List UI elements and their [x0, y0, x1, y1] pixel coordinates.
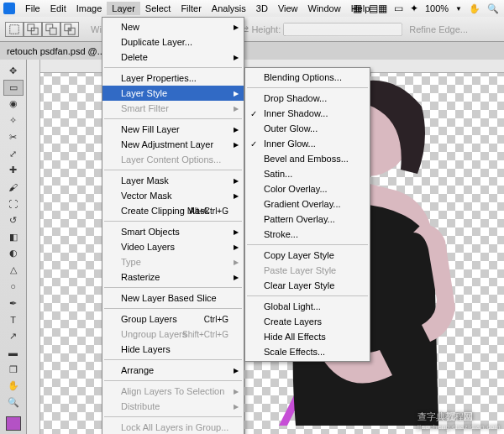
menu-item[interactable]: Layer Style▶ [102, 86, 244, 101]
type-tool-icon[interactable]: T [3, 311, 24, 327]
screen-mode-icon[interactable]: ▭ [394, 3, 403, 14]
menu-item[interactable]: Color Overlay... [245, 181, 370, 196]
menu-window[interactable]: Window [303, 2, 346, 15]
menu-3d[interactable]: 3D [251, 2, 273, 15]
watermark-url: jiaocheng.chazidian.com [417, 423, 501, 431]
menu-item[interactable]: Group LayersCtrl+G [102, 311, 244, 327]
menu-item[interactable]: Rasterize▶ [102, 269, 244, 285]
blur-tool-icon[interactable]: △ [3, 262, 24, 278]
menu-item[interactable]: Layer Properties... [102, 71, 244, 86]
wand-tool-icon[interactable]: ✧ [3, 112, 24, 128]
layer-style-submenu[interactable]: Blending Options...Drop Shadow...✓Inner … [244, 67, 370, 362]
selection-tool-group [5, 22, 79, 37]
document-tab[interactable]: retouch psdfan.psd @... × [0, 42, 504, 60]
eyedropper-tool-icon[interactable]: ⤢ [3, 146, 24, 162]
menu-item: Type▶ [102, 254, 244, 269]
menu-item[interactable]: Pattern Overlay... [245, 212, 370, 227]
menu-item[interactable]: Outer Glow... [245, 121, 370, 136]
zoom-value[interactable]: 100% [425, 3, 449, 13]
menu-item[interactable]: Hide All Effects [245, 329, 370, 344]
menu-item[interactable]: Copy Layer Style [245, 248, 370, 263]
history-brush-tool-icon[interactable]: ↺ [3, 212, 24, 228]
menu-edit[interactable]: Edit [45, 2, 71, 15]
watermark: 查字典教程网 jiaocheng.chazidian.com [417, 409, 501, 431]
shape-tool-icon[interactable]: ▬ [3, 345, 24, 361]
menu-item[interactable]: Gradient Overlay... [245, 196, 370, 212]
menu-item[interactable]: ✓Inner Shadow... [245, 106, 370, 121]
menu-item[interactable]: Global Light... [245, 299, 370, 314]
menu-item[interactable]: New Fill Layer▶ [102, 122, 244, 137]
subtract-selection-icon[interactable] [42, 22, 60, 37]
menu-item: Paste Layer Style [245, 263, 370, 278]
path-tool-icon[interactable]: ↗ [3, 328, 24, 344]
menu-layer[interactable]: Layer [107, 2, 140, 15]
menu-item[interactable]: Create Layers [245, 314, 370, 329]
foreground-color-swatch[interactable] [6, 416, 21, 431]
gradient-tool-icon[interactable]: ◐ [3, 245, 24, 261]
menu-item[interactable]: Vector Mask▶ [102, 188, 244, 203]
menu-item[interactable]: Duplicate Layer... [102, 34, 244, 50]
lasso-tool-icon[interactable]: ◉ [3, 97, 24, 112]
menu-filter[interactable]: Filter [176, 2, 206, 15]
height-input[interactable] [283, 23, 402, 36]
extras-icon[interactable]: ✦ [410, 3, 418, 14]
menu-select[interactable]: Select [140, 2, 176, 15]
menu-item: Distribute▶ [102, 399, 244, 414]
menu-item[interactable]: New Layer Based Slice [102, 290, 244, 306]
add-selection-icon[interactable] [24, 22, 42, 37]
menu-item[interactable]: Delete▶ [102, 50, 244, 65]
refine-edge-button[interactable]: Refine Edge... [409, 24, 468, 34]
menu-item[interactable]: Blending Options... [245, 70, 370, 85]
menu-item: Layer Content Options... [102, 152, 244, 167]
new-selection-icon[interactable] [5, 22, 24, 37]
pen-tool-icon[interactable]: ✒ [3, 295, 24, 311]
menu-item[interactable]: Arrange▶ [102, 363, 244, 378]
svg-rect-7 [68, 28, 71, 31]
stamp-tool-icon[interactable]: ⛶ [3, 196, 24, 212]
intersect-selection-icon[interactable] [60, 22, 79, 37]
menu-item: Smart Filter▶ [102, 101, 244, 116]
menu-item: Ungroup LayersShift+Ctrl+G [102, 327, 244, 342]
zoom-tool-icon[interactable]: 🔍 [3, 395, 24, 410]
height-label: Height: [251, 24, 281, 34]
menu-view[interactable]: View [273, 2, 303, 15]
menu-item[interactable]: ✓Inner Glow... [245, 136, 370, 151]
crop-tool-icon[interactable]: ✂ [3, 129, 24, 145]
menu-item[interactable]: New▶ [102, 19, 244, 34]
menu-item[interactable]: Bevel and Emboss... [245, 151, 370, 166]
dodge-tool-icon[interactable]: ○ [3, 279, 24, 295]
menu-item[interactable]: Layer Mask▶ [102, 173, 244, 188]
brush-tool-icon[interactable]: 🖌 [3, 179, 24, 195]
menu-item[interactable]: Satin... [245, 166, 370, 181]
move-tool-icon[interactable]: ✥ [3, 63, 24, 79]
menu-item[interactable]: Stroke... [245, 227, 370, 242]
watermark-text: 查字典教程网 [417, 411, 473, 421]
menu-item: Lock All Layers in Group... [102, 420, 244, 434]
3d-tool-icon[interactable]: ❒ [3, 362, 24, 378]
menu-item[interactable]: Video Layers▶ [102, 239, 244, 254]
zoom-dropdown-icon[interactable]: ▼ [455, 5, 462, 13]
menu-item[interactable]: New Adjustment Layer▶ [102, 137, 244, 152]
menu-item[interactable]: Create Clipping MaskAlt+Ctrl+G [102, 203, 244, 218]
hand-tool-icon[interactable]: ✋ [3, 379, 24, 395]
menu-analysis[interactable]: Analysis [207, 2, 251, 15]
menu-item[interactable]: Smart Objects▶ [102, 224, 244, 239]
document-control-bar: Width: ⇄ Height: Refine Edge... [0, 17, 504, 42]
marquee-tool-icon[interactable]: ▭ [3, 80, 24, 96]
document-title: retouch psdfan.psd @... [7, 46, 105, 56]
menu-item[interactable]: Hide Layers [102, 342, 244, 357]
menu-item[interactable]: Clear Layer Style [245, 278, 370, 293]
layer-menu[interactable]: New▶Duplicate Layer...Delete▶Layer Prope… [102, 17, 244, 434]
eraser-tool-icon[interactable]: ◧ [3, 229, 24, 245]
svg-rect-0 [10, 24, 19, 34]
menu-item: Align Layers To Selection▶ [102, 384, 244, 399]
menu-file[interactable]: File [20, 2, 45, 15]
menu-image[interactable]: Image [71, 2, 108, 15]
bridge-icon[interactable]: ▦ [353, 3, 362, 14]
menu-item[interactable]: Scale Effects... [245, 344, 370, 359]
hand-tool-icon[interactable]: ✋ [469, 3, 480, 14]
zoom-tool-icon[interactable]: 🔍 [487, 3, 499, 14]
menu-item[interactable]: Drop Shadow... [245, 91, 370, 106]
arrange-icon[interactable]: ▤▦ [369, 3, 387, 14]
healing-tool-icon[interactable]: ✚ [3, 163, 24, 179]
